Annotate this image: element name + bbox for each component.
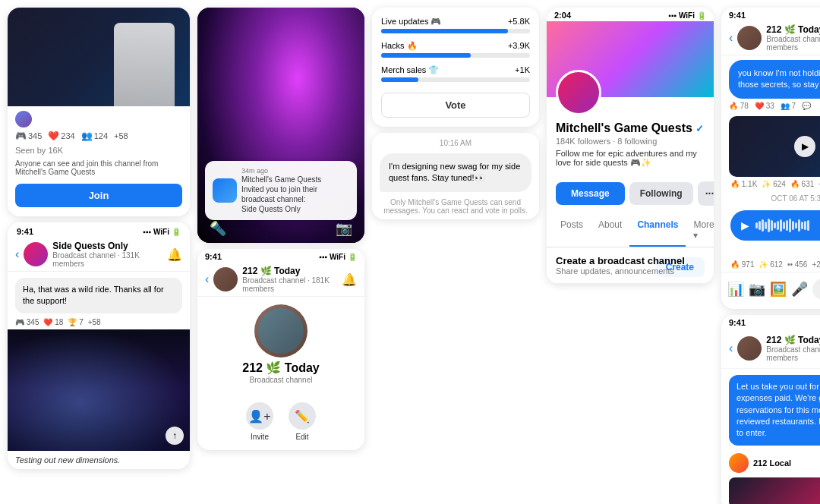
edit-icon: ✏️ (289, 402, 316, 430)
invite-icon: 👤+ (246, 402, 273, 430)
message-button[interactable]: Message (556, 182, 625, 205)
profile-card: 2:04 ▪▪▪WiFi🔋 Mitchell's Game Quests ✓ 1… (547, 8, 714, 284)
bc-avatar (737, 336, 762, 361)
channel-avatar-2 (213, 267, 238, 291)
poll-count-1: +5.8K (508, 17, 530, 27)
only-members-text: Only Mitchell's Game Quests can send mes… (372, 195, 539, 219)
back-button[interactable]: ‹ (15, 247, 19, 261)
stat-gamepad: 🎮345 (15, 131, 42, 141)
bell-icon[interactable]: 🔔 (167, 247, 182, 262)
notif-body: Invited you to join their broadcast chan… (241, 184, 349, 204)
date-label: OCT 06 AT 5:30 PM (721, 191, 820, 206)
image-notification-card: 34m ago Mitchell's Game Quests Invited y… (197, 8, 364, 243)
notif-time: 34m ago (241, 167, 349, 175)
channel-info: Side Quests Only Broadcast channel · 131… (52, 241, 162, 268)
poll-card: Live updates 🎮 +5.8K Hacks 🔥 +3.9K Merch… (372, 8, 539, 127)
channel-mini-avatar (15, 111, 32, 128)
status-time-3: 2:04 (554, 11, 571, 20)
poll-bar-1 (381, 29, 508, 33)
tab-channels[interactable]: Channels (629, 213, 686, 247)
audio-bubble-wrap: ▶ (721, 206, 820, 245)
status-icons-3: ▪▪▪WiFi🔋 (668, 11, 706, 20)
chat-time: 10:16 AM (372, 133, 539, 150)
wave-13 (792, 221, 794, 230)
message-input-row: 📊 📷 🖼️ 🎤 😊 👍 (721, 272, 820, 309)
city-avatar (254, 304, 308, 358)
message-input[interactable] (812, 279, 820, 300)
wave-6 (771, 220, 773, 231)
audio-react-3: •• 456 (787, 260, 807, 269)
wave-11 (786, 220, 788, 231)
tab-about[interactable]: About (591, 213, 629, 247)
poll-item-2: Hacks 🔥 +3.9K (381, 41, 530, 58)
wave-12 (789, 219, 791, 232)
bubble-reactions: 🎮 345 ❤️ 18 🏆 7 +58 (8, 317, 190, 329)
wave-5 (768, 219, 770, 232)
wave-14 (795, 222, 797, 228)
invite-action[interactable]: 👤+ Invite (246, 402, 273, 441)
local-row: 212 Local (721, 449, 820, 474)
torch-icon[interactable]: 🔦 (210, 220, 226, 237)
status-icons-2: ▪▪▪WiFi🔋 (319, 253, 357, 261)
poll-item-1: Live updates 🎮 +5.8K (381, 17, 530, 33)
audio-play-icon[interactable]: ▶ (741, 219, 749, 232)
camera-icon[interactable]: 📷 (336, 220, 352, 237)
following-button[interactable]: Following (629, 182, 693, 205)
waveform (755, 218, 820, 233)
vote-button[interactable]: Vote (381, 93, 530, 118)
camera-input-icon[interactable]: 📷 (749, 281, 765, 298)
bc-header: ‹ 212 🌿 Today Broadcast channel · 181K m… (721, 329, 820, 369)
video-thumbnail[interactable]: ▶ 0:15 (729, 116, 820, 177)
status-bar-4: 9:41 ▪▪▪WiFi🔋 (721, 8, 820, 21)
channel-stats: 🎮345 ❤️234 👥124 +58 (8, 129, 190, 144)
back-button-2[interactable]: ‹ (205, 272, 209, 286)
wave-18 (807, 220, 809, 231)
wave-4 (765, 222, 767, 229)
wave-7 (774, 222, 776, 228)
chart-icon[interactable]: 📊 (727, 281, 744, 298)
bc-bubble: Let us take you out for dinner, all expe… (729, 375, 820, 446)
back-button-5[interactable]: ‹ (729, 342, 733, 355)
wave-16 (801, 222, 803, 229)
play-button[interactable]: ▶ (794, 136, 815, 157)
edit-action[interactable]: ✏️ Edit (289, 402, 316, 441)
audio-reactions: 🔥 971 ✨ 612 •• 456 +24 (721, 257, 820, 272)
react-fire: 🔥 78 (729, 102, 749, 110)
status-bar-5: 9:41 ▪▪▪WiFi🔋 (721, 315, 820, 329)
messenger-card: 9:41 ▪▪▪WiFi🔋 ‹ 212 🌿 Today Broadcast ch… (721, 8, 820, 309)
side-quests-chat-card: 9:41 ▪▪▪WiFi🔋 ‹ Side Quests Only Broadca… (8, 222, 190, 469)
verified-badge: ✓ (695, 123, 704, 134)
stat-plus: +58 (114, 131, 128, 140)
react-persons: 👥 7 (781, 102, 796, 110)
create-channel-section: Create a broadcast channel Share updates… (547, 247, 714, 284)
image-icon[interactable]: 🖼️ (770, 281, 787, 298)
share-icon[interactable]: ↑ (166, 427, 184, 445)
stat-heart: ❤️234 (48, 131, 74, 141)
status-icons: ▪▪▪WiFi🔋 (143, 228, 181, 236)
channel-avatar-4 (737, 26, 762, 50)
channel-avatar (24, 242, 48, 266)
more-button[interactable]: ··· (698, 181, 714, 206)
wave-3 (762, 219, 764, 232)
mic-icon[interactable]: 🎤 (791, 281, 808, 298)
bell-icon-2[interactable]: 🔔 (342, 272, 357, 287)
pp-actions: 👤+ Invite ✏️ Edit (197, 399, 364, 450)
back-button-4[interactable]: ‹ (729, 31, 733, 45)
join-button[interactable]: Join (15, 184, 182, 207)
poll-label-1: Live updates 🎮 (381, 17, 441, 27)
poll-label-3: Merch sales 👕 (381, 65, 439, 75)
tab-more[interactable]: More ▾ (686, 213, 714, 247)
channel-info-4: 212 🌿 Today Broadcast channel · 181K mem… (766, 24, 820, 52)
status-time-5: 9:41 (729, 318, 746, 327)
invite-label: Invite (251, 433, 269, 441)
status-bar-3: 2:04 ▪▪▪WiFi🔋 (547, 8, 714, 21)
poll-label-2: Hacks 🔥 (381, 41, 418, 51)
status-bar-2: 9:41 ▪▪▪WiFi🔋 (197, 249, 364, 263)
city-avatar-inner (258, 308, 304, 354)
bc-info: 212 🌿 Today Broadcast channel · 181K mem… (766, 335, 820, 362)
tab-posts[interactable]: Posts (553, 213, 591, 247)
poll-item-3: Merch sales 👕 +1K (381, 65, 530, 82)
stat-members: 👥124 (81, 131, 108, 141)
chat-header-4: ‹ 212 🌿 Today Broadcast channel · 181K m… (721, 21, 820, 55)
wave-17 (804, 221, 806, 230)
